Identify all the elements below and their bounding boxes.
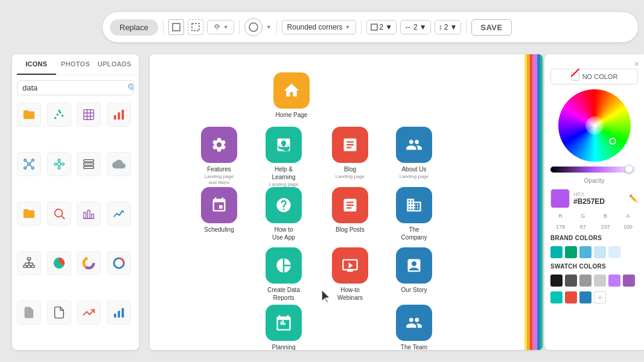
label-help: Help &Learning: [272, 165, 296, 181]
label-planning: PlanningTemplates: [270, 343, 298, 350]
swatch-colors-row-2: +: [550, 291, 638, 303]
color-wheel[interactable]: [558, 89, 631, 162]
color-wheel-crosshair: [609, 138, 616, 145]
swatch-color-5[interactable]: [608, 275, 620, 287]
dashed-shape-button[interactable]: [188, 19, 203, 35]
svg-rect-4: [371, 24, 377, 30]
rectangle-shape-button[interactable]: [168, 19, 184, 35]
node-ourstory[interactable]: Our Story: [390, 247, 438, 294]
svg-point-28: [54, 163, 56, 165]
close-button[interactable]: ×: [634, 59, 639, 69]
swatch-color-9[interactable]: [579, 291, 591, 303]
svg-point-6: [56, 113, 59, 116]
icon-cell-folder[interactable]: [17, 103, 41, 127]
node-createdata[interactable]: Create DataReports: [260, 247, 308, 302]
border-width-dropdown[interactable]: 2 ▼: [366, 20, 397, 34]
icon-cell-search[interactable]: [47, 202, 71, 226]
replace-button[interactable]: Replace: [110, 19, 158, 36]
search-icon[interactable]: 🔍: [127, 83, 134, 92]
svg-rect-38: [88, 211, 90, 219]
node-blog[interactable]: Blog Landing page: [326, 127, 374, 180]
left-panel: ICONS PHOTOS UPLOADS 🔍: [12, 54, 139, 350]
node-blogposts[interactable]: Blog Posts: [326, 187, 374, 233]
no-color-button[interactable]: NO COLOR: [550, 69, 638, 84]
circle-icon: [248, 22, 259, 33]
svg-point-2: [215, 26, 217, 28]
swatch-color-1[interactable]: [550, 275, 563, 287]
paint-dropdown[interactable]: ▼: [207, 20, 234, 34]
svg-line-36: [62, 216, 65, 219]
tab-uploads[interactable]: UPLOADS: [95, 54, 134, 75]
swatch-color-3[interactable]: [579, 275, 591, 287]
swatch-color-4[interactable]: [594, 275, 606, 287]
icon-cell-server[interactable]: [77, 152, 101, 176]
brand-color-5[interactable]: [608, 246, 620, 258]
swatch-color-7[interactable]: [550, 291, 563, 303]
swatch-color-2[interactable]: [565, 275, 577, 287]
brand-color-1[interactable]: [550, 246, 563, 258]
h-spacing-dropdown[interactable]: ↔ 2 ▼: [400, 20, 431, 34]
icon-cell-dots[interactable]: [47, 152, 71, 176]
icon-cell-network[interactable]: [17, 152, 41, 176]
icon-cell-folder2[interactable]: [17, 202, 41, 226]
swatch-add-button[interactable]: +: [594, 291, 606, 303]
swatch-color-6[interactable]: [623, 275, 635, 287]
icon-cell-scatter[interactable]: [47, 103, 71, 127]
color-wheel-container[interactable]: [558, 89, 631, 162]
icon-cell-cloud[interactable]: [107, 152, 131, 176]
node-about[interactable]: About Us Landing page: [390, 127, 438, 180]
v-spacing-dropdown[interactable]: ↕ 2 ▼: [435, 20, 462, 34]
brand-color-4[interactable]: [594, 246, 606, 258]
icon-cell-linechart[interactable]: [107, 202, 131, 226]
rgba-b-label: B: [596, 213, 616, 219]
icon-cell-vbar[interactable]: [107, 300, 131, 325]
svg-rect-54: [118, 311, 120, 317]
icon-theteam: [396, 305, 432, 341]
corners-dropdown[interactable]: Rounded corners ▼: [282, 20, 356, 34]
svg-rect-39: [92, 214, 94, 218]
search-input[interactable]: [22, 83, 124, 92]
save-button[interactable]: SAVE: [471, 19, 511, 36]
v-caret: ▼: [450, 23, 457, 31]
border-icon: [371, 24, 378, 31]
icon-cell-doc[interactable]: [17, 300, 41, 325]
circle-shape-toggle[interactable]: [244, 18, 263, 36]
node-home[interactable]: Home Page: [267, 72, 316, 119]
node-howto[interactable]: How toUse App: [260, 187, 308, 241]
node-theteam[interactable]: The Team: [390, 305, 438, 350]
h-caret: ▼: [419, 23, 427, 31]
icon-howtowebinars: [332, 247, 368, 284]
icon-cell-donut[interactable]: [77, 251, 101, 275]
search-box: 🔍: [17, 80, 134, 95]
svg-point-29: [62, 163, 64, 165]
color-bars: [524, 54, 543, 350]
toolbar-divider-5: [466, 20, 467, 34]
icon-cell-file[interactable]: [47, 300, 71, 325]
node-help[interactable]: Help &Learning Landing pageand filters: [260, 127, 308, 193]
node-howtowebinars[interactable]: How-toWebinars: [326, 247, 374, 302]
brightness-thumb[interactable]: [625, 165, 633, 173]
swatch-color-8[interactable]: [565, 291, 577, 303]
tab-photos[interactable]: PHOTOS: [56, 54, 95, 75]
color-edit-icon[interactable]: ✏️: [629, 194, 638, 203]
icon-cell-chart[interactable]: [107, 103, 131, 127]
icon-cell-barchart[interactable]: [77, 202, 101, 226]
label-createdata: Create DataReports: [267, 286, 300, 302]
color-swatch-preview[interactable]: [550, 189, 570, 208]
rgba-r-label: R: [550, 213, 570, 219]
icon-cell-pie[interactable]: [47, 251, 71, 275]
node-scheduling[interactable]: Scheduling: [195, 187, 243, 233]
brand-color-3[interactable]: [579, 246, 591, 258]
circle-caret[interactable]: ▼: [266, 24, 272, 30]
brightness-bar-container[interactable]: [550, 167, 638, 173]
icon-cell-table[interactable]: [77, 103, 101, 127]
node-company[interactable]: TheCompany: [390, 187, 438, 241]
icon-cell-trend[interactable]: [77, 300, 101, 325]
tab-icons[interactable]: ICONS: [17, 54, 56, 75]
brand-color-2[interactable]: [565, 246, 577, 258]
node-features[interactable]: Features Landing pageand filters: [195, 127, 243, 185]
toolbar-divider-4: [361, 20, 362, 34]
node-planning[interactable]: PlanningTemplates: [260, 305, 308, 350]
icon-cell-org[interactable]: [17, 251, 41, 275]
icon-cell-radial[interactable]: [107, 251, 131, 275]
